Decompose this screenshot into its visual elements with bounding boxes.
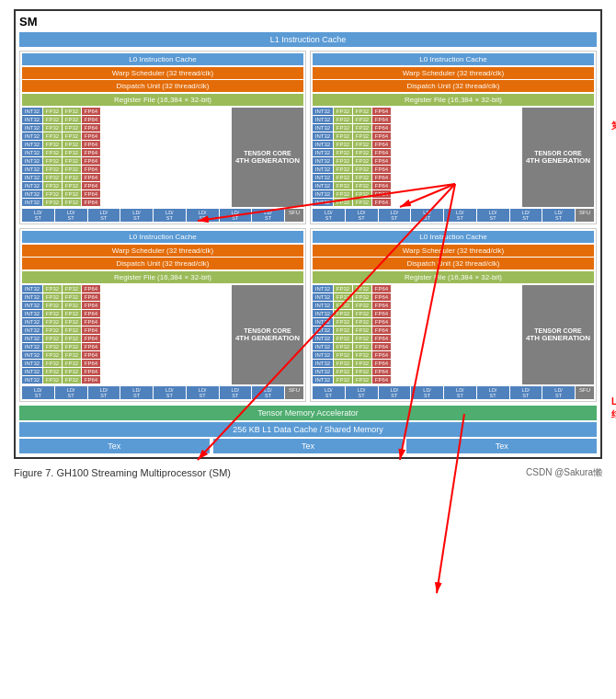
sm-container: SM L1 Instruction Cache L0 Instruction C… xyxy=(14,9,602,459)
quadrant-top-right: L0 Instruction Cache Warp Scheduler (32 … xyxy=(310,51,597,224)
row-1: INT32FP32FP32FP64 xyxy=(22,108,230,115)
fp64: FP64 xyxy=(82,190,100,198)
fp32: FP32 xyxy=(63,149,81,156)
row-4: INT32FP32FP32FP64 xyxy=(22,132,230,140)
compute-area-br: INT32FP32FP32FP64 INT32FP32FP32FP64 INT3… xyxy=(313,285,594,384)
int-fp-grid-tr: INT32FP32FP32FP64 INT32FP32FP32FP64 INT3… xyxy=(313,108,520,207)
int-fp-grid-bl: INT32FP32FP32FP64 INT32FP32FP32FP64 INT3… xyxy=(22,285,230,384)
fp32: FP32 xyxy=(63,141,81,148)
fp64: FP64 xyxy=(82,108,100,115)
row-7: INT32FP32FP32FP64 xyxy=(22,157,230,165)
sm-outer-wrapper: SM L1 Instruction Cache L0 Instruction C… xyxy=(14,9,602,459)
tensor-core-tl: TENSOR CORE 4TH GENERATION xyxy=(232,108,303,207)
fp32: FP32 xyxy=(43,132,62,140)
fp32: FP32 xyxy=(43,149,62,156)
fp32: FP32 xyxy=(43,182,62,189)
dispatch-unit-bl: Dispatch Unit (32 thread/clk) xyxy=(22,258,303,269)
tex-1: Tex xyxy=(19,439,210,453)
int-fp-grid-tl: INT32FP32FP32FP64 INT32FP32FP32FP64 INT3… xyxy=(22,108,230,207)
fp32: FP32 xyxy=(63,166,81,173)
dispatch-unit-br: Dispatch Unit (32 thread/clk) xyxy=(313,258,594,269)
figure-caption-text: Figure 7. GH100 Streaming Multiprocessor… xyxy=(14,467,231,478)
ld-st-row-bl: LD/ST LD/ST LD/ST LD/ST LD/ST LD/ST LD/S… xyxy=(22,386,303,399)
fp64: FP64 xyxy=(82,132,100,140)
dispatch-unit-tr: Dispatch Unit (32 thread/clk) xyxy=(313,80,594,92)
csdn-label: CSDN @Sakura懒 xyxy=(526,466,602,479)
sm-title: SM xyxy=(19,15,597,29)
fp64: FP64 xyxy=(82,149,100,156)
quadrant-bottom-right: L0 Instruction Cache Warp Scheduler (32 … xyxy=(310,228,597,402)
fp32: FP32 xyxy=(43,116,62,123)
fp32: FP32 xyxy=(63,116,81,123)
fp64: FP64 xyxy=(82,124,100,132)
int32: INT32 xyxy=(22,132,42,140)
int32: INT32 xyxy=(22,149,42,156)
tex-3: Tex xyxy=(406,439,597,453)
int32: INT32 xyxy=(22,190,42,198)
tensor-core-tr: TENSOR CORE 4TH GENERATION xyxy=(522,108,594,207)
register-file-br: Register File (16,384 × 32-bit) xyxy=(313,271,594,283)
figure-caption-wrapper: Figure 7. GH100 Streaming Multiprocessor… xyxy=(14,466,602,479)
compute-area-bl: INT32FP32FP32FP64 INT32FP32FP32FP64 INT3… xyxy=(22,285,303,384)
l1-instruction-cache: L1 Instruction Cache xyxy=(19,32,597,47)
diagram-wrapper: SM L1 Instruction Cache L0 Instruction C… xyxy=(9,9,607,479)
l0-cache-bl: L0 Instruction Cache xyxy=(22,231,303,243)
quadrant-bottom-left: L0 Instruction Cache Warp Scheduler (32 … xyxy=(19,228,306,402)
fp64: FP64 xyxy=(82,174,100,181)
figure-caption: Figure 7. GH100 Streaming Multiprocessor… xyxy=(14,466,602,479)
ld-st-row-br: LD/ST LD/ST LD/ST LD/ST LD/ST LD/ST LD/S… xyxy=(313,386,594,399)
fp64: FP64 xyxy=(82,116,100,123)
compute-area-tl: INT32FP32FP32FP64 INT32FP32FP32FP64 INT3… xyxy=(22,108,303,207)
int32: INT32 xyxy=(22,174,42,181)
register-file-tl: Register File (16,384 × 32-bit) xyxy=(22,94,303,106)
l0-cache-tl: L0 Instruction Cache xyxy=(22,53,303,65)
tensor-core-br: TENSOR CORE 4TH GENERATION xyxy=(522,285,594,384)
fp32: FP32 xyxy=(43,174,62,181)
warp-scheduler-tr: Warp Scheduler (32 thread/clk) xyxy=(313,67,594,79)
int32: INT32 xyxy=(22,141,42,148)
int32: INT32 xyxy=(22,166,42,173)
tensor-memory-accelerator: Tensor Memory Accelerator xyxy=(19,406,597,420)
fp32: FP32 xyxy=(63,190,81,198)
register-file-bl: Register File (16,384 × 32-bit) xyxy=(22,271,303,283)
row-5: INT32FP32FP32FP64 xyxy=(22,141,230,148)
row-11: INT32FP32FP32FP64 xyxy=(22,190,230,198)
dispatch-unit-tl: Dispatch Unit (32 thread/clk) xyxy=(22,80,303,92)
ld-st-row-tl: LD/ST LD/ST LD/ST LD/ST LD/ST LD/ST LD/S… xyxy=(22,209,303,222)
fp32: FP32 xyxy=(43,108,62,115)
fp32: FP32 xyxy=(63,182,81,189)
row-3: INT32FP32FP32FP64 xyxy=(22,124,230,132)
tex-row: Tex Tex Tex xyxy=(19,439,597,453)
register-file-tr: Register File (16,384 × 32-bit) xyxy=(313,94,594,106)
fp32: FP32 xyxy=(63,108,81,115)
fp32: FP32 xyxy=(63,157,81,165)
row-9: INT32FP32FP32FP64 xyxy=(22,174,230,181)
warp-scheduler-bl: Warp Scheduler (32 thread/clk) xyxy=(22,245,303,257)
fp64: FP64 xyxy=(82,157,100,165)
page: SM L1 Instruction Cache L0 Instruction C… xyxy=(0,0,616,488)
int32: INT32 xyxy=(22,199,42,206)
quadrant-top-left: L0 Instruction Cache Warp Scheduler (32 … xyxy=(19,51,306,224)
l0-cache-tr: L0 Instruction Cache xyxy=(313,53,594,65)
int32: INT32 xyxy=(22,182,42,189)
int32: INT32 xyxy=(22,124,42,132)
fp64: FP64 xyxy=(82,182,100,189)
l0-cache-br: L0 Instruction Cache xyxy=(313,231,594,243)
fp32: FP32 xyxy=(63,174,81,181)
fp32: FP32 xyxy=(43,157,62,165)
fp32: FP32 xyxy=(43,199,62,206)
compute-area-tr: INT32FP32FP32FP64 INT32FP32FP32FP64 INT3… xyxy=(313,108,594,207)
row-2: INT32FP32FP32FP64 xyxy=(22,116,230,123)
fp32: FP32 xyxy=(43,124,62,132)
fp64: FP64 xyxy=(82,166,100,173)
fp32: FP32 xyxy=(43,141,62,148)
int-fp-grid-br: INT32FP32FP32FP64 INT32FP32FP32FP64 INT3… xyxy=(313,285,520,384)
tex-2: Tex xyxy=(213,439,404,453)
annotation-tensor-core: 第四代张量核心 xyxy=(611,120,616,132)
fp32: FP32 xyxy=(43,190,62,198)
warp-scheduler-tl: Warp Scheduler (32 thread/clk) xyxy=(22,67,303,79)
top-quadrant-row: L0 Instruction Cache Warp Scheduler (32 … xyxy=(19,51,597,224)
fp64: FP64 xyxy=(82,141,100,148)
fp32: FP32 xyxy=(63,124,81,132)
row-8: INT32FP32FP32FP64 xyxy=(22,166,230,173)
